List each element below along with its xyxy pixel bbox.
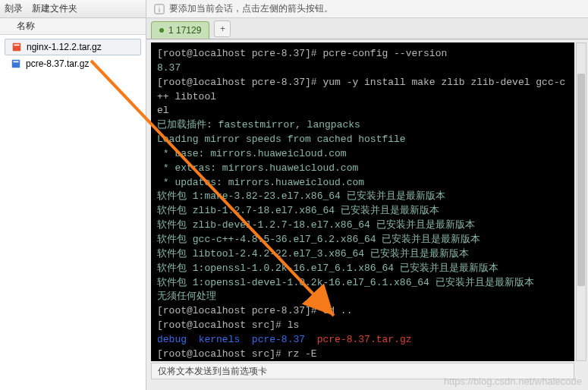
left-toolbar: 刻录 新建文件夹 — [0, 0, 146, 18]
add-tab-button[interactable]: + — [214, 20, 231, 37]
terminal-line: [root@localhost pcre-8.37]# pcre-config … — [157, 47, 568, 61]
terminal-line: 软件包 1:openssl-devel-1.0.2k-16.el7_6.1.x8… — [157, 276, 568, 291]
svg-rect-2 — [12, 60, 20, 68]
archive-icon — [11, 58, 21, 69]
terminal-line: * updates: mirrors.huaweicloud.com — [157, 176, 568, 190]
status-bar: 仅将文本发送到当前选项卡 — [151, 363, 574, 379]
terminal-line: 无须任何处理 — [157, 290, 568, 304]
scroll-thumb[interactable] — [577, 74, 585, 286]
terminal-line: [root@localhost pcre-8.37]# cd .. — [157, 304, 568, 319]
terminal-line: 软件包 zlib-1.2.7-18.el7.x86_64 已安装并且是最新版本 — [157, 204, 568, 219]
terminal-line: * base: mirrors.huaweicloud.com — [157, 147, 568, 162]
column-header-name[interactable]: 名称 — [0, 18, 146, 35]
tab-strip: 1 17129 + — [146, 18, 588, 39]
new-folder-button[interactable]: 新建文件夹 — [32, 2, 77, 15]
terminal-line: debug kernels pcre-8.37 pcre-8.37.tar.gz — [157, 333, 568, 348]
file-manager-panel: 刻录 新建文件夹 名称 nginx-1.12.2.tar.gzpcre-8.37… — [0, 0, 146, 390]
status-dot-icon — [159, 28, 164, 33]
hint-text: 要添加当前会话，点击左侧的箭头按钮。 — [169, 2, 333, 15]
right-area: i 要添加当前会话，点击左侧的箭头按钮。 1 17129 + [root@loc… — [146, 0, 588, 390]
terminal-line: 软件包 zlib-devel-1.2.7-18.el7.x86_64 已安装并且… — [157, 219, 568, 233]
svg-rect-0 — [13, 43, 21, 52]
terminal-line: 软件包 gcc-c++-4.8.5-36.el7_6.2.x86_64 已安装并… — [157, 233, 568, 247]
svg-text:i: i — [159, 5, 160, 13]
file-item[interactable]: nginx-1.12.2.tar.gz — [5, 39, 141, 55]
tab-label: 1 17129 — [168, 25, 201, 36]
vertical-scrollbar[interactable] — [576, 42, 586, 361]
hint-bar: i 要添加当前会话，点击左侧的箭头按钮。 — [146, 0, 588, 18]
status-text: 仅将文本发送到当前选项卡 — [158, 365, 267, 378]
terminal-line: * extras: mirrors.huaweicloud.com — [157, 162, 568, 176]
svg-rect-3 — [14, 61, 19, 63]
terminal-line: 软件包 1:openssl-1.0.2k-16.el7_6.1.x86_64 已… — [157, 262, 568, 276]
terminal-line: [root@localhost src]# rz -E — [157, 348, 568, 361]
file-name: nginx-1.12.2.tar.gz — [27, 42, 102, 52]
info-icon: i — [154, 4, 165, 14]
terminal[interactable]: [root@localhost pcre-8.37]# pcre-config … — [151, 42, 574, 361]
terminal-line: 已加载插件: fastestmirror, langpacks — [157, 118, 568, 133]
burn-button[interactable]: 刻录 — [5, 2, 23, 15]
terminal-line: [root@localhost pcre-8.37]# yum -y insta… — [157, 76, 568, 105]
archive-icon — [11, 42, 22, 52]
terminal-line: [root@localhost src]# ls — [157, 319, 568, 333]
file-item[interactable]: pcre-8.37.tar.gz — [5, 56, 141, 71]
terminal-line: 软件包 libtool-2.4.2-22.el7_3.x86_64 已安装并且是… — [157, 247, 568, 262]
terminal-line: 8.37 — [157, 61, 568, 76]
file-list: nginx-1.12.2.tar.gzpcre-8.37.tar.gz — [0, 35, 146, 75]
tab-session-1[interactable]: 1 17129 — [151, 21, 209, 39]
terminal-line: Loading mirror speeds from cached hostfi… — [157, 133, 568, 147]
file-name: pcre-8.37.tar.gz — [26, 58, 89, 69]
terminal-line: el — [157, 104, 568, 118]
svg-rect-1 — [14, 45, 20, 46]
terminal-line: 软件包 1:make-3.82-23.el7.x86_64 已安装并且是最新版本 — [157, 190, 568, 204]
